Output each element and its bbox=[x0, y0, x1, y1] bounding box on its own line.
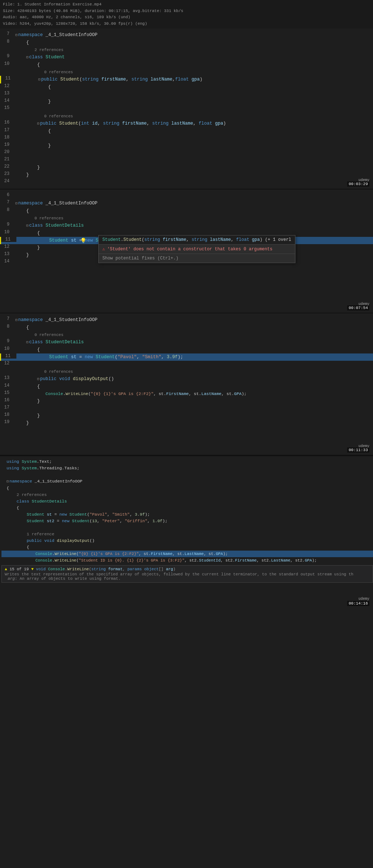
code-line: 15 Console.WriteLine("{0} {1}'s GPA is {… bbox=[0, 390, 373, 398]
code-line: 19 } bbox=[0, 419, 373, 427]
line-content: { bbox=[15, 324, 373, 331]
line-content: { bbox=[15, 128, 373, 135]
refs-label: 2 references bbox=[15, 46, 373, 54]
line-number: 19 bbox=[0, 419, 15, 425]
t-content: Console.WriteLine("Student ID is {0}. {1… bbox=[7, 557, 373, 564]
line-content: } bbox=[15, 398, 373, 405]
t-content: { bbox=[7, 485, 373, 492]
show-potential-fixes-link[interactable]: Show potential fixes (Ctrl+.) bbox=[99, 254, 295, 263]
line-number: 23 bbox=[0, 171, 15, 176]
line-content: } bbox=[15, 142, 373, 149]
line-number: 14 bbox=[0, 383, 15, 388]
t-content: using System.Threading.Tasks; bbox=[7, 465, 373, 472]
line-number: 11 bbox=[1, 353, 16, 359]
line-number: 7 bbox=[0, 31, 15, 36]
line-number: 10 bbox=[0, 346, 15, 351]
line-number: 17 bbox=[0, 128, 15, 133]
refs-label: 2 references bbox=[7, 492, 373, 498]
line-number: 21 bbox=[0, 157, 15, 162]
terminal-line: 2 references bbox=[1, 492, 373, 498]
code-line: 9 ⊟class Student bbox=[0, 54, 373, 61]
udemy-watermark-bottom: udemy bbox=[358, 597, 369, 601]
line-content: } bbox=[15, 171, 373, 179]
terminal-line: { bbox=[1, 544, 373, 551]
tooltip-signature: ▲ 15 of 19 ▼ void Console.WriteLine(stri… bbox=[5, 567, 370, 571]
line-content: ⊟public Student(int id, string firstName… bbox=[15, 120, 373, 128]
terminal-line: Console.WriteLine("Student ID is {0}. {1… bbox=[1, 557, 373, 564]
line-number: 10 bbox=[0, 61, 15, 66]
code-line: 24 bbox=[0, 179, 373, 186]
file-info-line4: Video: h264, yuv420p, 1280x720, 158 kb/s… bbox=[3, 21, 370, 27]
terminal-line bbox=[1, 524, 373, 531]
terminal-line: public void displayOutput() bbox=[1, 537, 373, 544]
error-message: 'Student' does not contain a constructor… bbox=[107, 247, 272, 252]
line-number: 16 bbox=[0, 120, 15, 125]
lightbulb-icon[interactable]: 💡 bbox=[80, 238, 86, 244]
line-content: ⊟class StudentDetails bbox=[15, 222, 373, 230]
intellisense-popup: Student.Student(string firstName, string… bbox=[98, 235, 295, 263]
terminal-panel: using System.Text; using System.Threadin… bbox=[0, 455, 373, 619]
code-panel-2: 6 7 ⊟namespace _4_1_StudentInfoOOP 8 { 0… bbox=[0, 189, 373, 313]
code-line: 18 } bbox=[0, 412, 373, 419]
code-line: 8 { bbox=[0, 324, 373, 331]
line-number: 8 bbox=[0, 324, 15, 329]
terminal-line: { bbox=[1, 505, 373, 511]
code-line: 13 ⊟public void displayOutput() bbox=[0, 375, 373, 383]
timestamp-3: 00:11:33 bbox=[347, 447, 369, 453]
code-line: 7 ⊟namespace _4_1_StudentInfoOOP bbox=[0, 316, 373, 324]
terminal-line: ⊟namespace _4_1_StudentInfoOOP bbox=[1, 478, 373, 485]
line-number: 12 bbox=[0, 83, 15, 89]
terminal-line: { bbox=[1, 485, 373, 492]
code-line: 9 ⊟class StudentDetails bbox=[0, 222, 373, 230]
code-line: 21 bbox=[0, 157, 373, 164]
terminal-line bbox=[1, 472, 373, 478]
line-content: ⊟namespace _4_1_StudentInfoOOP bbox=[15, 200, 373, 207]
code-line: 12 { bbox=[0, 83, 373, 91]
code-line: 0 references bbox=[0, 113, 373, 120]
code-line: 19 } bbox=[0, 142, 373, 149]
line-number: 17 bbox=[0, 405, 15, 410]
code-line: 0 references bbox=[0, 368, 373, 375]
terminal-line: using System.Threading.Tasks; bbox=[1, 465, 373, 472]
line-number: 12 bbox=[0, 361, 15, 366]
code-line: 0 references bbox=[0, 215, 373, 222]
code-line: 22 } bbox=[0, 164, 373, 171]
t-content: public void displayOutput() bbox=[7, 537, 373, 544]
code-line: 23 } bbox=[0, 171, 373, 179]
refs-label: 0 references bbox=[15, 331, 373, 339]
timestamp-terminal: 00:14:16 bbox=[347, 601, 369, 606]
t-content: Student st2 = new Student(13, "Peter", "… bbox=[7, 518, 373, 524]
timestamp-2: 00:07:54 bbox=[347, 305, 369, 310]
t-content: { bbox=[7, 505, 373, 511]
file-info-line3: Audio: aac, 48000 Hz, 2 channels, s16, 1… bbox=[3, 14, 370, 21]
code-line: 6 bbox=[0, 192, 373, 200]
code-line: 8 { bbox=[0, 207, 373, 215]
tooltip-desc2: arg: An array of objects to write using … bbox=[5, 576, 370, 581]
terminal-line-highlighted: Console.WriteLine("{0} {1}'s GPA is {2:F… bbox=[1, 551, 373, 557]
code-panel-3: 7 ⊟namespace _4_1_StudentInfoOOP 8 { 0 r… bbox=[0, 313, 373, 455]
code-line: 10 { bbox=[0, 346, 373, 353]
file-info-header: File: 1. Student Information Exercise.mp… bbox=[0, 0, 373, 28]
code-line: 13 bbox=[0, 91, 373, 98]
timestamp-1: 00:03:29 bbox=[347, 181, 369, 187]
code-line: 16 } bbox=[0, 398, 373, 405]
line-content: ⊟class Student bbox=[15, 54, 373, 61]
line-number: 9 bbox=[0, 222, 15, 227]
line-number: 15 bbox=[0, 390, 15, 395]
t-content: Student st = new Student("Pavol", "Smith… bbox=[7, 511, 373, 518]
bottom-spacer bbox=[1, 583, 373, 597]
tooltip-desc1: Writes the text representation of the sp… bbox=[5, 571, 370, 576]
line-content: ⊟namespace _4_1_StudentInfoOOP bbox=[15, 316, 373, 324]
terminal-line: Student st = new Student("Pavol", "Smith… bbox=[1, 511, 373, 518]
code-line: 17 bbox=[0, 405, 373, 412]
line-number: 24 bbox=[0, 179, 15, 184]
popup-method-text: Student.Student(string firstName, string… bbox=[99, 235, 295, 245]
line-content: { bbox=[15, 61, 373, 69]
line-content: } bbox=[15, 164, 373, 171]
line-number: 18 bbox=[0, 412, 15, 417]
terminal-line: using System.Text; bbox=[1, 458, 373, 465]
t-content: class StudentDetails bbox=[7, 498, 373, 505]
terminal-line: 1 reference bbox=[1, 531, 373, 537]
line-number: 22 bbox=[0, 164, 15, 169]
line-number: 9 bbox=[0, 339, 15, 344]
